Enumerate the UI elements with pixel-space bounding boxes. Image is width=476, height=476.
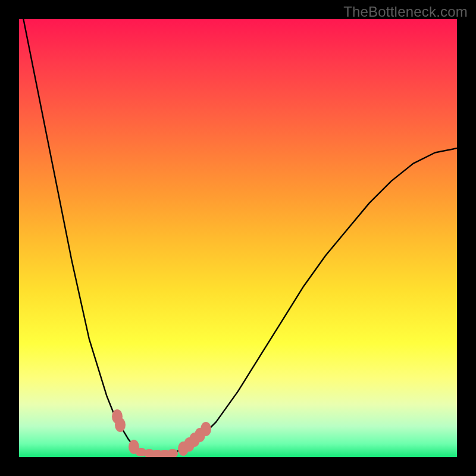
plot-area [19,19,457,457]
marker-point [201,422,211,436]
marker-layer [19,19,457,457]
chart-frame: TheBottleneck.com [0,0,476,476]
marker-point [167,449,178,457]
marker-point [115,418,126,432]
watermark-text: TheBottleneck.com [343,4,468,20]
